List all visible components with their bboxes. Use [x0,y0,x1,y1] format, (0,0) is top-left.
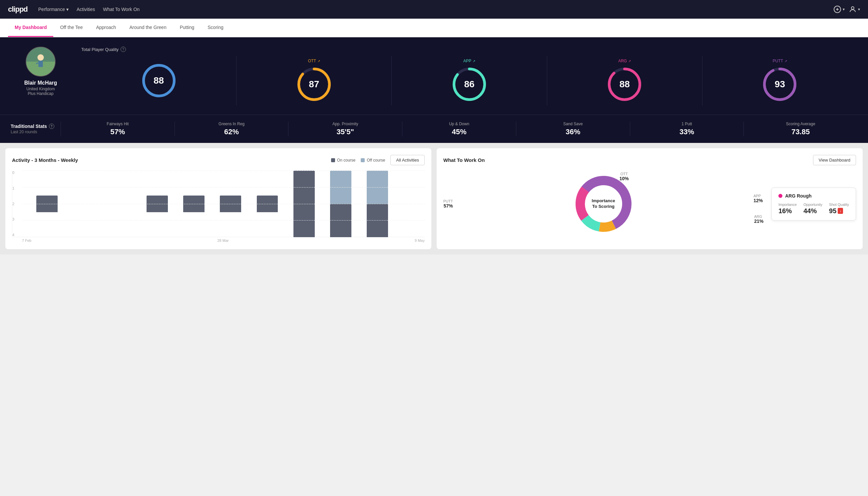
player-country: United Kingdom [26,87,54,91]
scores-row: 88 OTT ↗ 87 AP [81,56,857,105]
score-value-putt: 93 [775,79,785,90]
trad-stats-label: Traditional Stats ? Last 20 rounds [11,124,61,134]
donut-label-ott: OTT 10% [619,172,629,181]
donut-wrapper: PUTT 57% ImportanceTo Scor [443,171,763,237]
player-info: Blair McHarg United Kingdom Plus Handica… [11,47,70,96]
pink-dot-icon [778,194,783,198]
activity-panel: Activity - 3 Months - Weekly On course O… [5,148,431,249]
metric-shot-quality: Shot Quality 95 ↓ [829,203,849,215]
bar-stack-0 [36,196,58,212]
add-icon[interactable]: ▾ [833,5,845,13]
wtwon-panel-header: What To Work On View Dashboard [443,155,856,165]
scores-section: Total Player Quality ? 88 OTT ↗ [81,47,857,105]
bottom-panels: Activity - 3 Months - Weekly On course O… [0,143,868,254]
bar-on-3 [146,196,168,212]
stat-up-and-down: Up & Down 45% [402,122,516,136]
all-activities-button[interactable]: All Activities [390,155,425,165]
bar-stack-6 [257,196,278,212]
bar-group-8 [316,171,351,237]
view-dashboard-button[interactable]: View Dashboard [813,155,856,165]
bar-on-9 [367,204,388,237]
score-circle-putt: 93 [761,66,798,103]
arrow-up-icon: ↗ [473,59,475,63]
donut-label-putt: PUTT 57% [443,199,453,208]
bar-stack-7 [294,171,315,237]
donut-label-app: APP 12% [754,194,763,203]
activity-chart-title: Activity - 3 Months - Weekly [12,157,78,163]
tab-putting[interactable]: Putting [173,19,201,37]
stat-greens-in-reg: Greens In Reg 62% [175,122,288,136]
score-circle-arg: 88 [606,66,643,103]
bar-stack-4 [183,196,205,212]
activity-panel-header: Activity - 3 Months - Weekly On course O… [12,155,425,165]
bar-group-5 [206,171,241,237]
svg-point-6 [37,54,44,61]
legend-off-course: Off course [361,158,385,162]
score-card-ott: OTT ↗ 87 [236,56,392,105]
bar-on-8 [330,204,351,237]
bar-off-9 [367,171,388,204]
chart-area: 4 3 2 1 0 [12,171,425,237]
stat-fairways-hit: Fairways Hit 57% [61,122,175,136]
nav-what-to-work-on[interactable]: What To Work On [103,7,140,12]
nav-activities[interactable]: Activities [77,7,95,12]
tab-scoring[interactable]: Scoring [201,19,230,37]
trad-stats-help-icon[interactable]: ? [49,124,54,129]
chart-legend: On course Off course [331,158,385,162]
nav-links: Performance ▾ Activities What To Work On [38,7,823,12]
bar-stack-8 [330,171,351,237]
bar-group-2 [96,171,131,237]
app-logo[interactable]: clippd [8,5,28,14]
donut-section: PUTT 57% ImportanceTo Scor [443,171,856,237]
on-course-dot [331,158,335,162]
bar-stack-9 [367,171,388,237]
tab-my-dashboard[interactable]: My Dashboard [8,19,53,37]
bar-on-0 [36,196,58,212]
score-card-total: 88 [81,56,236,105]
info-card-metrics: Importance 16% Opportunity 44% Shot Qual… [778,203,849,215]
bar-group-10 [389,171,425,237]
stat-scoring-average: Scoring Average 73.85 [743,122,857,136]
bar-group-3 [132,171,168,237]
score-circle-total: 88 [141,62,177,99]
player-name: Blair McHarg [24,80,57,86]
bar-group-0 [22,171,58,237]
help-icon[interactable]: ? [121,47,126,52]
score-value-app: 86 [464,79,474,90]
bar-stack-5 [220,196,241,212]
avatar [26,47,56,77]
score-label-ott: OTT ↗ [308,59,320,63]
metric-importance: Importance 16% [778,203,797,215]
info-card-title: ARG Rough [778,193,849,199]
score-card-putt: PUTT ↗ 93 [703,56,857,105]
tab-off-the-tee[interactable]: Off the Tee [53,19,89,37]
user-icon[interactable]: ▾ [849,5,860,13]
top-navigation: clippd Performance ▾ Activities What To … [0,0,868,19]
nav-performance[interactable]: Performance ▾ [38,7,68,12]
donut-label-arg: ARG 21% [754,215,763,224]
score-label-app: APP ↗ [463,59,475,63]
score-label-putt: PUTT ↗ [773,59,787,63]
tab-around-the-green[interactable]: Around the Green [123,19,173,37]
metric-opportunity: Opportunity 44% [803,203,822,215]
bar-off-8 [330,171,351,204]
arrow-up-icon: ↗ [317,59,320,63]
score-value-ott: 87 [309,79,319,90]
chart-bars [22,171,425,237]
score-value-total: 88 [154,75,164,86]
svg-point-3 [851,7,854,9]
chevron-down-icon: ▾ [843,7,845,12]
bar-group-6 [242,171,278,237]
tab-approach[interactable]: Approach [89,19,123,37]
wtwon-title: What To Work On [443,157,485,163]
tpq-label: Total Player Quality ? [81,47,857,52]
player-handicap: Plus Handicap [28,91,53,96]
chart-x-labels: 7 Feb 28 Mar 9 May [12,238,425,243]
shot-quality-badge: ↓ [838,208,843,214]
arrow-up-icon: ↗ [784,59,787,63]
bar-on-4 [183,196,205,212]
score-value-arg: 88 [619,79,630,90]
chart-y-labels: 4 3 2 1 0 [12,171,14,237]
info-card: ARG Rough Importance 16% Opportunity 44%… [771,188,856,220]
score-circle-app: 86 [451,66,488,103]
